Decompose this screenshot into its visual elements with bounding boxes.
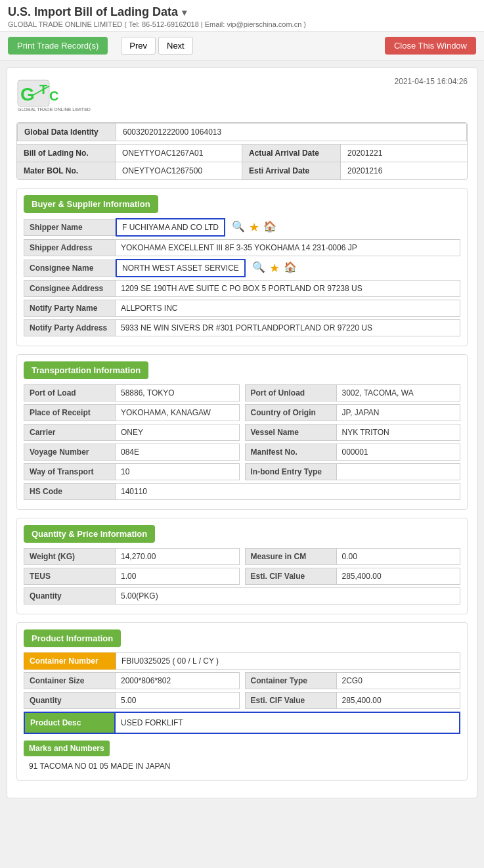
shipper-address-row: Shipper Address YOKOHAMA EXCELLENT III 8… [24,239,460,256]
buyer-supplier-title: Buyer & Supplier Information [24,195,158,213]
product-title: Product Information [24,629,121,647]
port-of-load-value: 58886, TOKYO [116,384,240,401]
marks-section: Marks and Numbers 91 TACOMA NO 01 05 MAD… [24,737,460,773]
close-button[interactable]: Close This Window [385,37,476,55]
carrier-label: Carrier [24,424,116,441]
esti-arrival-section: Esti Arrival Date 20201216 [242,162,467,179]
country-origin-field: Country of Origin JP, JAPAN [245,404,461,421]
transportation-section: Transportation Information Port of Load … [16,354,468,510]
place-of-receipt-label: Place of Receipt [24,404,116,421]
consignee-star-icon[interactable]: ★ [269,261,280,275]
port-of-unload-value: 3002, TACOMA, WA [337,384,461,401]
svg-text:C: C [49,89,58,103]
container-type-value: 2CG0 [337,672,461,689]
measure-value: 0.00 [337,548,461,565]
global-data-label: Global Data Identity [18,124,116,141]
nav-buttons: Prev Next [121,37,192,55]
notify-party-address-value: 5933 NE WIN SIVERS DR #301 PORTLANDPORTL… [116,319,460,336]
vessel-name-label: Vessel Name [245,424,337,441]
weight-measure-row: Weight (KG) 14,270.00 Measure in CM 0.00 [24,548,460,565]
voyage-number-value: 084E [116,444,240,461]
shipper-star-icon[interactable]: ★ [249,220,259,235]
esti-cif-value: 285,400.00 [337,568,461,585]
transportation-body: Port of Load 58886, TOKYO Port of Unload… [17,384,467,509]
notify-party-address-row: Notify Party Address 5933 NE WIN SIVERS … [24,319,460,336]
mater-bol-value: ONEYTYOAC1267500 [116,162,242,179]
notify-party-name-row: Notify Party Name ALLPORTS INC [24,300,460,317]
shipper-address-value: YOKOHAMA EXCELLENT III 8F 3-35 YOKOHAMA … [116,239,460,256]
mater-bol-row: Mater BOL No. ONEYTYOAC1267500 Esti Arri… [17,162,467,179]
product-cif-label: Esti. CIF Value [245,692,337,709]
print-button[interactable]: Print Trade Record(s) [8,37,108,55]
manifest-label: Manifest No. [245,444,337,461]
quantity-label: Quantity [24,587,116,605]
container-number-row: Container Number FBIU0325025 ( 00 / L / … [24,652,460,670]
product-desc-label[interactable]: Product Desc [24,712,116,734]
shipper-search-icon[interactable]: 🔍 [232,220,245,235]
mater-bol-left: Mater BOL No. ONEYTYOAC1267500 [17,162,242,179]
consignee-home-icon[interactable]: 🏠 [284,261,297,275]
quantity-price-title: Quantity & Price Information [24,525,155,543]
consignee-name-label: Consignee Name [24,260,116,277]
way-of-transport-value: 10 [116,463,240,480]
shipper-name-value: F UCHIYAMA AND CO LTD [116,218,225,237]
product-qty-label: Quantity [24,692,116,709]
port-of-unload-label: Port of Unload [245,384,337,401]
esti-cif-label: Esti. CIF Value [245,568,337,585]
weight-label: Weight (KG) [24,548,116,565]
consignee-name-value: NORTH WEST ASSET SERVICE [116,259,246,277]
prev-button[interactable]: Prev [121,37,156,55]
actual-arrival-section: Actual Arrival Date 20201221 [242,145,467,162]
marks-label: Marks and Numbers [24,741,110,756]
consignee-search-icon[interactable]: 🔍 [252,261,265,275]
product-body: Container Number FBIU0325025 ( 00 / L / … [17,652,467,780]
country-of-origin-label: Country of Origin [245,404,337,421]
place-of-receipt-value: YOKOHAMA, KANAGAW [116,404,240,421]
container-size-type-row: Container Size 2000*806*802 Container Ty… [24,672,460,689]
global-data-value: 600320201222000 1064013 [116,124,466,141]
product-desc-value: USED FORKLIFT [116,712,460,734]
global-data-row: Global Data Identity 600320201222000 106… [17,123,467,141]
next-button[interactable]: Next [158,37,193,55]
voyage-number-label: Voyage Number [24,444,116,461]
container-type-label: Container Type [245,672,337,689]
carrier-vessel-row: Carrier ONEY Vessel Name NYK TRITON [24,424,460,441]
port-row: Port of Load 58886, TOKYO Port of Unload… [24,384,460,401]
consignee-address-value: 1209 SE 190TH AVE SUITE C PO BOX 5 PORTL… [116,280,460,297]
way-inbond-row: Way of Transport 10 In-bond Entry Type [24,463,460,480]
hs-code-label: HS Code [24,483,116,500]
svg-text:GLOBAL TRADE ONLINE LIMITED: GLOBAL TRADE ONLINE LIMITED [18,107,91,112]
consignee-address-label: Consignee Address [24,280,116,297]
container-number-value: FBIU0325025 ( 00 / L / CY ) [116,652,460,670]
container-number-label[interactable]: Container Number [24,652,116,670]
port-of-load-label: Port of Load [24,384,116,401]
product-qty-value: 5.00 [116,692,240,709]
measure-label: Measure in CM [245,548,337,565]
shipper-address-label: Shipper Address [24,239,116,256]
consignee-name-row: Consignee Name NORTH WEST ASSET SERVICE … [24,259,460,277]
marks-value: 91 TACOMA NO 01 05 MADE IN JAPAN [24,759,460,773]
esti-arrival-label: Esti Arrival Date [242,162,341,179]
bol-value: ONEYTYOAC1267A01 [116,145,242,162]
manifest-field: Manifest No. 000001 [245,444,461,461]
product-cif-field: Esti. CIF Value 285,400.00 [245,692,461,709]
teus-cif-row: TEUS 1.00 Esti. CIF Value 285,400.00 [24,568,460,585]
consignee-action-icons: 🔍 ★ 🏠 [252,261,297,275]
shipper-home-icon[interactable]: 🏠 [263,220,276,235]
product-desc-row: Product Desc USED FORKLIFT [24,712,460,734]
place-receipt-field: Place of Receipt YOKOHAMA, KANAGAW [24,404,240,421]
quantity-row: Quantity 5.00(PKG) [24,587,460,605]
way-of-transport-label: Way of Transport [24,463,116,480]
country-of-origin-value: JP, JAPAN [337,404,461,421]
measure-field: Measure in CM 0.00 [245,548,461,565]
container-size-field: Container Size 2000*806*802 [24,672,240,689]
bol-label: Bill of Lading No. [17,145,116,162]
esti-arrival-value: 20201216 [341,162,467,179]
logo-box: G T C GLOBAL TRADE ONLINE LIMITED [16,77,102,113]
shipper-action-icons: 🔍 ★ 🏠 [232,220,276,235]
product-cif-value: 285,400.00 [337,692,461,709]
product-qty-field: Quantity 5.00 [24,692,240,709]
port-load-field: Port of Load 58886, TOKYO [24,384,240,401]
quantity-price-section: Quantity & Price Information Weight (KG)… [16,518,468,614]
logo-area: G T C GLOBAL TRADE ONLINE LIMITED 2021-0… [16,77,468,113]
